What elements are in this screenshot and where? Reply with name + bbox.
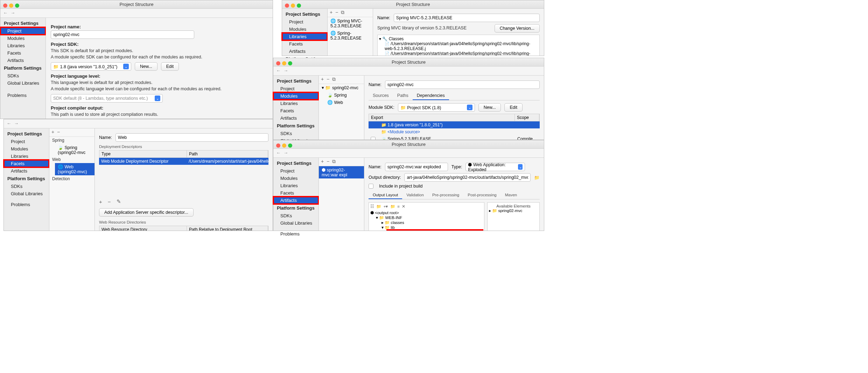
sidebar-item-project[interactable]: Project <box>273 167 318 175</box>
sidebar-item-artifacts[interactable]: Artifacts <box>4 167 49 175</box>
copy-icon[interactable]: ⧉ <box>332 159 336 164</box>
facet-web-item[interactable]: 🌐 Web (spring02-mvc) <box>55 163 94 175</box>
copy-icon[interactable]: ⧉ <box>332 76 336 82</box>
sidebar-item-modules[interactable]: Modules <box>0 35 46 42</box>
browse-icon[interactable]: 📁 <box>534 175 540 180</box>
sidebar-item-modules[interactable]: Modules <box>4 145 49 153</box>
jar-file[interactable]: /Users/dream/person/start/start-java/04h… <box>385 51 538 56</box>
library-name-input[interactable] <box>394 14 540 22</box>
jar-file[interactable]: /Users/dream/person/start/start-java/04h… <box>385 41 538 51</box>
sidebar-item-project[interactable]: Project <box>0 27 46 35</box>
sidebar-item-libraries[interactable]: Libraries <box>273 182 318 189</box>
tab-maven[interactable]: Maven <box>501 191 522 199</box>
sidebar-item-problems[interactable]: Problems <box>273 230 318 238</box>
output-dir-input[interactable] <box>404 173 531 182</box>
sidebar-item-problems[interactable]: Problems <box>4 201 49 208</box>
module-web[interactable]: 🌐 Web <box>324 99 364 106</box>
add-icon[interactable]: + <box>99 199 102 205</box>
module-sdk-edit-button[interactable]: Edit <box>504 103 523 112</box>
tab-paths[interactable]: Paths <box>393 92 413 100</box>
remove-icon[interactable]: − <box>327 159 329 164</box>
sidebar-item-global-libs[interactable]: Global Libraries <box>4 190 49 197</box>
sidebar-item-artifacts[interactable]: Artifacts <box>0 57 46 64</box>
sidebar-item-facets[interactable]: Facets <box>282 40 327 48</box>
available-module[interactable]: ▸ 📁 spring02-mvc <box>489 208 538 213</box>
facet-detection[interactable]: Detection <box>49 175 94 182</box>
module-sdk-select[interactable]: 📁 Project SDK (1.8)⌄ <box>398 103 475 112</box>
back-arrow[interactable]: ← <box>276 68 281 73</box>
sidebar-item-artifacts[interactable]: Artifacts <box>273 114 318 122</box>
fwd-arrow[interactable]: → <box>14 121 19 126</box>
include-checkbox[interactable] <box>369 184 373 189</box>
module-sdk-new-button[interactable]: New... <box>478 103 501 112</box>
tab-output-layout[interactable]: Output Layout <box>369 191 402 199</box>
edit-icon[interactable]: ✎ <box>117 198 121 205</box>
fwd-arrow[interactable]: → <box>284 150 288 155</box>
module-root[interactable]: ▾ 📁 spring02-mvc <box>319 84 364 91</box>
remove-icon[interactable]: − <box>57 129 60 135</box>
back-arrow[interactable]: ← <box>7 121 11 126</box>
export-checkbox[interactable] <box>371 137 376 140</box>
module-spring[interactable]: 🍃 Spring <box>324 91 364 99</box>
sidebar-item-problems[interactable]: Problems <box>0 92 46 99</box>
lang-level-select[interactable]: SDK default (8 - Lambdas, type annotatio… <box>51 94 163 103</box>
fwd-arrow[interactable]: → <box>284 68 288 73</box>
sidebar-item-facets[interactable]: Facets <box>4 160 49 167</box>
sidebar-item-global-libs[interactable]: Global Libraries <box>273 219 318 227</box>
sidebar-item-facets[interactable]: Facets <box>273 107 318 114</box>
sdk-new-button[interactable]: New... <box>135 62 158 71</box>
remove-icon[interactable]: − <box>327 76 329 82</box>
back-arrow[interactable]: ← <box>276 150 281 155</box>
lib-spring[interactable]: Spring-5.2.3.RELEASE (Project Library) <box>387 230 483 231</box>
artifact-type-select[interactable]: ⬢ Web Application: Exploded⌄ <box>465 163 525 171</box>
remove-icon[interactable]: − <box>108 199 111 205</box>
sdk-select[interactable]: 📁 1.8 (java version "1.8.0_251")⌄ <box>51 62 131 71</box>
change-version-button[interactable]: Change Version... <box>495 24 540 33</box>
add-icon[interactable]: + <box>51 129 54 135</box>
sidebar-item-facets[interactable]: Facets <box>0 49 46 57</box>
sidebar-item-artifacts[interactable]: Artifacts <box>273 197 318 204</box>
sidebar-item-sdks[interactable]: SDKs <box>4 183 49 190</box>
dep-row-src[interactable]: 📁 <Module source> <box>369 128 540 135</box>
classes-node[interactable]: ▾ 🔧 Classes <box>379 36 538 41</box>
dep-row-sdk[interactable]: 📁 1.8 (java version "1.8.0_251") <box>369 121 540 128</box>
sidebar-item-sdks[interactable]: SDKs <box>273 130 318 137</box>
sidebar-item-libraries[interactable]: Libraries <box>0 42 46 49</box>
tab-post-processing[interactable]: Post-processing <box>463 191 500 199</box>
tab-sources[interactable]: Sources <box>369 92 393 100</box>
sidebar-item-libraries[interactable]: Libraries <box>282 33 327 40</box>
add-server-descriptor-button[interactable]: Add Application Server specific descript… <box>99 208 194 217</box>
facet-spring-item[interactable]: 🍃 Spring (spring02-mvc <box>55 144 94 156</box>
sdk-edit-button[interactable]: Edit <box>161 62 179 71</box>
lib-node[interactable]: ▾ 📁 lib <box>382 225 483 230</box>
sidebar-item-modules[interactable]: Modules <box>273 175 318 182</box>
artifact-item[interactable]: ⬢ spring02-mvc:war expl <box>319 166 364 178</box>
facet-group-spring[interactable]: Spring <box>49 137 94 144</box>
sidebar-item-modules[interactable]: Modules <box>273 92 318 100</box>
tab-pre-processing[interactable]: Pre-processing <box>428 191 463 199</box>
output-root-node[interactable]: ⬢ <output root> <box>370 210 483 215</box>
facet-group-web[interactable]: Web <box>49 156 94 163</box>
sidebar-item-project[interactable]: Project <box>282 18 327 26</box>
sidebar-item-sdks[interactable]: SDKs <box>273 212 318 219</box>
remove-icon[interactable]: − <box>335 9 338 15</box>
sidebar-item-global-libs[interactable]: Global Libraries <box>0 79 46 87</box>
artifact-name-input[interactable] <box>385 163 448 171</box>
classes-node[interactable]: ▸ 📁 classes <box>382 220 483 225</box>
copy-icon[interactable]: ⧉ <box>341 9 344 15</box>
sidebar-item-project[interactable]: Project <box>4 138 49 145</box>
fwd-arrow[interactable]: → <box>10 10 15 15</box>
add-icon[interactable]: + <box>321 76 324 82</box>
sidebar-item-libraries[interactable]: Libraries <box>4 153 49 160</box>
webinf-node[interactable]: ▾ 📁 WEB-INF <box>376 215 483 220</box>
back-arrow[interactable]: ← <box>3 10 8 15</box>
sidebar-item-artifacts[interactable]: Artifacts <box>282 48 327 55</box>
tab-validation[interactable]: Validation <box>402 191 428 199</box>
library-item[interactable]: 🌐 Spring MVC-5.2.3.RELEASE <box>328 17 373 29</box>
add-icon[interactable]: + <box>330 9 332 15</box>
descriptor-row[interactable]: Web Module Deployment Descriptor/Users/d… <box>99 158 268 165</box>
project-name-input[interactable] <box>51 30 194 39</box>
dep-row-spring[interactable]: 🍃 Spring-5.2.3.RELEASECompile <box>369 135 540 140</box>
add-icon[interactable]: + <box>321 159 324 164</box>
sidebar-item-sdks[interactable]: SDKs <box>0 72 46 79</box>
